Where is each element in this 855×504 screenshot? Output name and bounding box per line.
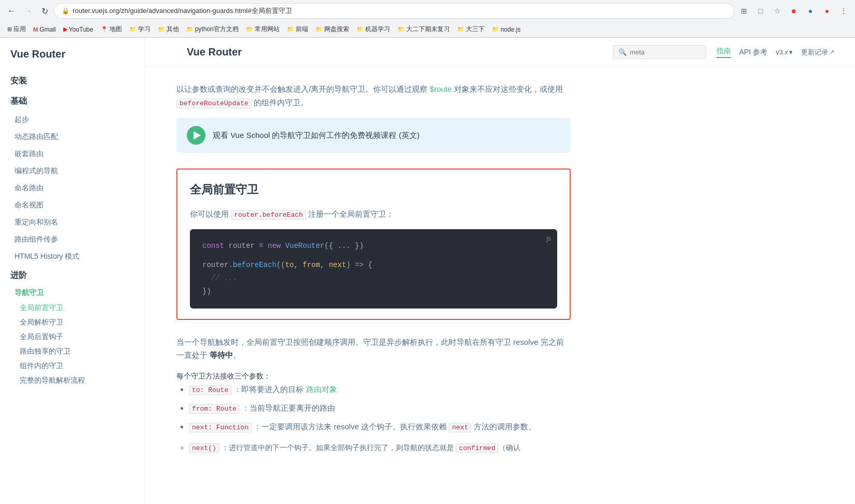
sidebar-item-nested-routes[interactable]: 嵌套路由 (0, 145, 145, 162)
route-object-link[interactable]: $route (430, 85, 452, 93)
apps-icon: ⊞ (7, 26, 12, 33)
bookmark-ml[interactable]: 📁 机器学习 (353, 23, 393, 35)
play-icon (194, 131, 201, 139)
gmail-icon: M (33, 26, 38, 33)
waiting-bold: 等待中 (210, 351, 233, 359)
maps-icon: 📍 (101, 26, 108, 33)
doc-header: Vue Router 🔍 指南 API 参考 v3.x ▾ 更新记录 ↗ (145, 38, 855, 67)
content-body: 以让参数或查询的改变并不会触发进入/离开的导航守卫。你可以通过观察 $route… (145, 67, 612, 488)
chrome-top-icons: ⊞ □ ☆ ● ● ● ⋮ (737, 4, 851, 18)
route-object-link-2[interactable]: 路由对象 (306, 385, 337, 394)
bookmark-exam-label: 大二下期末复习 (406, 25, 450, 34)
forward-button[interactable]: → (21, 4, 35, 18)
header-link-api[interactable]: API 参考 (739, 48, 767, 57)
param-to: to: Route ：即将要进入的目标 路由对象 (189, 383, 571, 396)
bookmark-netdisk-label: 网盘搜索 (324, 25, 349, 34)
refresh-button[interactable]: ↻ (37, 4, 52, 18)
bookmark-common-label: 常用网站 (255, 25, 280, 34)
extension2-button[interactable]: ● (820, 4, 834, 18)
sidebar-item-named-views[interactable]: 命名视图 (0, 197, 145, 214)
before-route-update-code: beforeRouteUpdate (176, 99, 252, 108)
folder-icon-junior: 📁 (457, 26, 464, 33)
param-next-code: next: Function (189, 423, 252, 432)
back-button[interactable]: ← (4, 4, 19, 18)
folder-icon-exam: 📁 (397, 26, 405, 33)
doc-logo: Vue Router (166, 38, 263, 67)
extensions-button[interactable]: ⊞ (737, 4, 751, 18)
sidebar-item-route-props[interactable]: 路由组件传参 (0, 231, 145, 248)
chrome-nav-bar: ← → ↻ 🔒 router.vuejs.org/zh/guide/advanc… (0, 0, 855, 22)
lock-icon: 🔒 (62, 7, 70, 15)
address-bar[interactable]: 🔒 router.vuejs.org/zh/guide/advanced/nav… (54, 3, 735, 19)
bookmark-junior-label: 大三下 (466, 25, 485, 34)
sidebar-item-named-routes[interactable]: 命名路由 (0, 179, 145, 197)
sidebar-item-global-before[interactable]: 全局前置守卫 (0, 301, 145, 315)
video-text: 观看 Vue School 的导航守卫如何工作的免费视频课程 (英文) (213, 129, 420, 142)
bookmark-frontend[interactable]: 📁 前端 (284, 23, 311, 35)
sidebar-section-advanced: 进阶 (0, 265, 145, 285)
screenshot-button[interactable]: □ (753, 4, 768, 18)
bookmark-netdisk[interactable]: 📁 网盘搜索 (312, 23, 352, 35)
bookmark-youtube[interactable]: ▶ YouTube (60, 24, 96, 35)
search-input[interactable] (630, 48, 717, 56)
bookmark-button[interactable]: ☆ (770, 4, 784, 18)
bookmark-gmail[interactable]: M Gmail (30, 24, 59, 35)
sidebar: Vue Router 安装 基础 起步 动态路由匹配 嵌套路由 编程式的导航 命… (0, 38, 145, 504)
bookmark-study[interactable]: 📁 学习 (126, 23, 154, 35)
profile-button[interactable]: ● (787, 4, 801, 18)
bookmark-nodejs[interactable]: 📁 node.js (489, 24, 524, 35)
sidebar-item-html5-history[interactable]: HTML5 History 模式 (0, 248, 145, 265)
sidebar-item-dynamic-routing[interactable]: 动态路由匹配 (0, 128, 145, 145)
sidebar-item-per-route[interactable]: 路由独享的守卫 (0, 344, 145, 359)
version-select[interactable]: v3.x ▾ (776, 48, 793, 56)
version-label: v3.x (776, 48, 788, 56)
code-line-1: const router = new VueRouter({ ... }) (202, 240, 545, 253)
folder-icon-study: 📁 (129, 26, 136, 33)
bookmark-study-label: 学习 (138, 25, 150, 34)
params-intro-text: 每个守卫方法接收三个参数： (176, 370, 571, 383)
confirmed-code: confirmed (456, 443, 499, 453)
param-from-code: from: Route (189, 404, 240, 414)
bookmark-other[interactable]: 📁 其他 (155, 23, 182, 35)
bookmark-exam[interactable]: 📁 大二下期末复习 (394, 23, 453, 35)
bookmark-other-label: 其他 (167, 25, 179, 34)
lang-label: js (546, 233, 551, 245)
bookmark-python[interactable]: 📁 python官方文档 (183, 23, 242, 35)
param-to-code: to: Route (189, 385, 231, 395)
menu-button[interactable]: ⋮ (836, 4, 851, 18)
sub-params-list: next() ：进行管道中的下一个钩子。如果全部钩子执行完了，则导航的状态就是 … (176, 442, 571, 454)
section-title: 全局前置守卫 (190, 180, 557, 199)
video-banner: 观看 Vue School 的导航守卫如何工作的免费视频课程 (英文) (176, 118, 571, 153)
header-link-guide[interactable]: 指南 (716, 47, 731, 58)
search-box[interactable]: 🔍 (613, 45, 706, 59)
folder-icon-nodejs: 📁 (492, 26, 499, 33)
bookmark-junior[interactable]: 📁 大三下 (454, 23, 488, 35)
sidebar-item-in-component[interactable]: 组件内的守卫 (0, 359, 145, 373)
changelog-link[interactable]: 更新记录 ↗ (801, 48, 834, 57)
bookmark-gmail-label: Gmail (39, 26, 56, 33)
folder-icon-frontend: 📁 (287, 26, 294, 33)
bookmark-youtube-label: YouTube (69, 26, 93, 33)
play-button[interactable] (187, 126, 205, 145)
external-link-icon: ↗ (830, 49, 834, 55)
sidebar-item-redirect-alias[interactable]: 重定向和别名 (0, 214, 145, 231)
sidebar-subsection-nav-guards[interactable]: 导航守卫 (0, 285, 145, 301)
folder-icon-common: 📁 (246, 26, 253, 33)
bookmark-apps[interactable]: ⊞ 应用 (4, 23, 29, 35)
extension1-button[interactable]: ● (803, 4, 818, 18)
url-text: router.vuejs.org/zh/guide/advanced/navig… (73, 6, 727, 16)
bookmark-maps[interactable]: 📍 地图 (98, 23, 125, 35)
sidebar-item-programmatic-nav[interactable]: 编程式的导航 (0, 162, 145, 179)
content-area: Vue Router 🔍 指南 API 参考 v3.x ▾ 更新记录 ↗ (145, 38, 855, 504)
folder-icon-netdisk: 📁 (315, 26, 323, 33)
bookmark-ml-label: 机器学习 (365, 25, 390, 34)
bookmark-common[interactable]: 📁 常用网站 (243, 23, 283, 35)
sidebar-item-getting-started[interactable]: 起步 (0, 111, 145, 128)
sidebar-item-global-resolve[interactable]: 全局解析守卫 (0, 315, 145, 330)
changelog-label: 更新记录 (801, 48, 828, 57)
sidebar-item-global-after[interactable]: 全局后置钩子 (0, 330, 145, 344)
sidebar-item-full-flow[interactable]: 完整的导航解析流程 (0, 373, 145, 388)
youtube-icon: ▶ (63, 26, 67, 33)
bookmark-apps-label: 应用 (13, 25, 26, 34)
folder-icon-ml: 📁 (356, 26, 364, 33)
